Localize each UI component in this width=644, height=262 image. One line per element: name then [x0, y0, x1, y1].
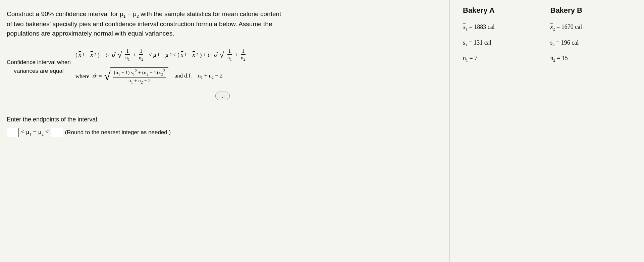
formula-right-paren2: ) — [200, 52, 202, 58]
x1-bar: x — [79, 52, 82, 58]
sqrt-right: √ 1 n1 + 1 n2 — [220, 48, 249, 62]
problem-text: Construct a 90% confidence interval for … — [7, 9, 438, 39]
x2-bar-2: x — [193, 52, 195, 58]
x1-bar-2: x — [181, 52, 183, 58]
sigma-sqrt: √ (n1 − 1) s12 + (n2 − 1) s22 n1 + n2 − … — [104, 67, 169, 86]
formula-right-paren: ) — [98, 52, 100, 58]
ci-formula: ( x1 − x2 ) − tc σ̂ √ 1 n1 — [75, 48, 250, 62]
sqrt-symbol-3: √ — [104, 71, 111, 81]
enter-endpoints-label: Enter the endpoints of the interval. — [7, 116, 438, 123]
frac-1-n1: 1 n1 — [124, 48, 131, 62]
minus3: − — [161, 52, 164, 58]
sqrt-symbol-2: √ — [220, 51, 224, 59]
sigma-hat-2: σ̂ — [214, 51, 218, 58]
formula-left-paren2: ( — [177, 52, 179, 58]
minus1: − — [86, 52, 89, 58]
lt-symbol-1: < — [149, 52, 152, 58]
sigma-hat-1: σ̂ — [112, 51, 116, 58]
answer-input-row: < μ1 − μ2 < (Round to the nearest intege… — [7, 128, 438, 137]
frac-1-n2-2: 1 n2 — [240, 48, 247, 62]
plus1: + — [203, 52, 206, 58]
lower-bound-input[interactable] — [7, 128, 19, 137]
sqrt-left: √ 1 n1 + 1 n2 — [117, 48, 147, 62]
minus2: − — [101, 52, 104, 58]
formula-left-paren: ( — [75, 52, 77, 58]
bakery-b-title: Bakery B — [550, 6, 631, 15]
bakery-b-column: Bakery B x2 = 1670 cal s2 = 196 cal n2 =… — [547, 6, 634, 255]
bakery-a-n: n1 = 7 — [463, 52, 543, 64]
more-button[interactable]: ... — [215, 92, 230, 100]
formula-label: Confidence interval whenvariances are eq… — [7, 58, 71, 75]
main-container: Construct a 90% confidence interval for … — [0, 0, 644, 262]
mu1: μ — [153, 52, 156, 58]
pooled-variance-frac: (n1 − 1) s12 + (n2 − 1) s22 n1 + n2 − 2 — [113, 68, 166, 85]
bakery-a-title: Bakery A — [463, 6, 543, 15]
answer-section: Enter the endpoints of the interval. < μ… — [7, 115, 438, 137]
sqrt-inner-1: 1 n1 + 1 n2 — [122, 48, 147, 62]
more-btn-row: ... — [7, 92, 438, 100]
formula-section: Confidence interval whenvariances are eq… — [7, 48, 438, 86]
left-panel: Construct a 90% confidence interval for … — [0, 0, 449, 262]
formula-block: ( x1 − x2 ) − tc σ̂ √ 1 n1 — [75, 48, 250, 86]
bakery-a-xbar: x1 = 1883 cal — [463, 21, 543, 33]
lt-symbol-2: < — [173, 52, 176, 58]
sqrt-inner-2: 1 n1 + 1 n2 — [224, 48, 249, 62]
lt-mu1-mu2: < μ1 − μ2 < — [21, 128, 49, 137]
sqrt-symbol-1: √ — [117, 51, 122, 59]
where-label: where — [75, 73, 90, 80]
frac-1-n2: 1 n2 — [138, 48, 145, 62]
bakery-a-column: Bakery A x1 = 1883 cal s1 = 131 cal n1 =… — [460, 6, 547, 255]
bakery-a-s: s1 = 131 cal — [463, 37, 543, 49]
bakery-b-n: n2 = 15 — [550, 52, 631, 64]
tc2: t — [208, 52, 209, 58]
right-panel: Bakery A x1 = 1883 cal s1 = 131 cal n1 =… — [449, 0, 644, 262]
sigma-hat-formula: where σ̂ = √ (n1 − 1) s12 + (n2 − 1) s22 — [75, 67, 223, 86]
bakery-b-xbar: x2 = 1670 cal — [550, 21, 631, 33]
minus4: − — [188, 52, 192, 58]
divider-line — [7, 108, 438, 108]
frac-1-n1-2: 1 n1 — [226, 48, 233, 62]
and-df-label: and d.f. = n1 + n2 − 2 — [174, 72, 222, 80]
upper-bound-input[interactable] — [51, 128, 63, 137]
mu2: μ — [165, 52, 168, 58]
bakery-b-s: s2 = 196 cal — [550, 37, 631, 49]
sigma-fraction: (n1 − 1) s12 + (n2 − 1) s22 n1 + n2 − 2 — [110, 67, 168, 86]
equals1: = — [99, 73, 102, 80]
sigma-hat-label: σ̂ — [92, 73, 96, 80]
tc1: t — [106, 52, 107, 58]
x2-bar: x — [91, 52, 93, 58]
round-note: (Round to the nearest integer as needed.… — [65, 129, 171, 136]
